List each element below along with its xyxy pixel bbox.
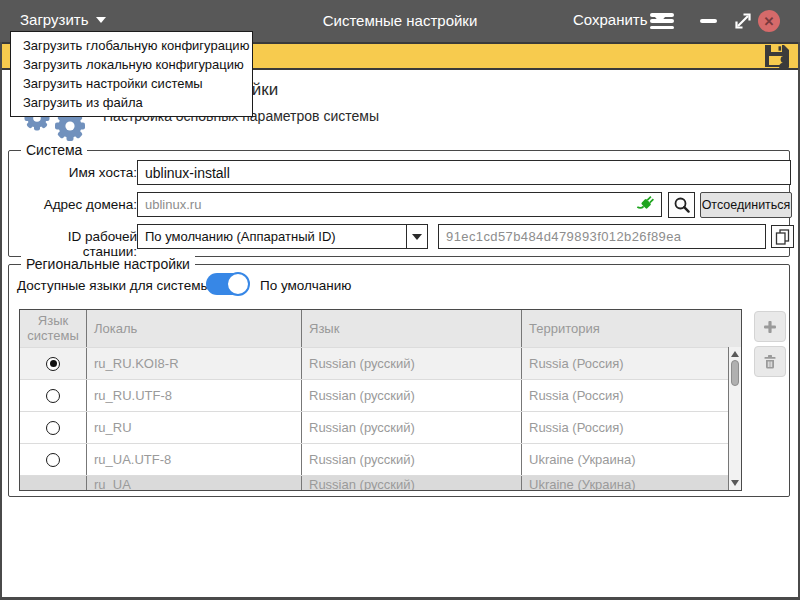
table-row[interactable]: ru_RU.KOI8-R Russian (русский) Russia (Р… bbox=[20, 347, 741, 379]
disconnect-button[interactable]: Отсоединиться bbox=[700, 192, 792, 218]
hostname-label: Имя хоста: bbox=[13, 165, 137, 180]
cell-territory: Russia (Россия) bbox=[522, 412, 741, 443]
menu-item-load-from-file[interactable]: Загрузить из файла bbox=[11, 93, 252, 112]
system-settings-window: Системные настройки Загрузить Сохранить … bbox=[0, 0, 800, 600]
minimize-button[interactable] bbox=[700, 19, 717, 23]
regional-groupbox: Региональные настройки Доступные языки д… bbox=[8, 264, 790, 497]
cell-locale: ru_RU.KOI8-R bbox=[87, 348, 302, 379]
cell-territory: Russia (Россия) bbox=[522, 380, 741, 411]
system-language-radio[interactable] bbox=[46, 453, 60, 467]
search-icon bbox=[673, 196, 691, 214]
cell-locale: ru_RU bbox=[87, 412, 302, 443]
cell-locale: ru_UA bbox=[87, 476, 302, 491]
trash-icon bbox=[762, 354, 778, 370]
languages-toggle[interactable] bbox=[206, 273, 249, 295]
chevron-down-icon bbox=[412, 234, 422, 240]
plug-connected-icon bbox=[636, 196, 654, 214]
header-system-language[interactable]: Язык системы bbox=[20, 310, 87, 347]
system-language-radio[interactable] bbox=[46, 389, 60, 403]
header-language[interactable]: Язык bbox=[302, 310, 522, 347]
delete-locale-button[interactable] bbox=[754, 346, 786, 377]
header-territory[interactable]: Территория bbox=[522, 310, 741, 347]
chevron-down-icon bbox=[96, 17, 106, 23]
search-domain-button[interactable] bbox=[668, 192, 695, 218]
cell-language: Russian (русский) bbox=[302, 444, 522, 475]
toggle-knob bbox=[226, 272, 250, 296]
locales-table: Язык системы Локаль Язык Территория ru_R… bbox=[19, 309, 742, 491]
system-group-label: Система bbox=[21, 142, 87, 158]
load-menu-button-label: Загрузить bbox=[20, 11, 89, 28]
load-dropdown-menu: Загрузить глобальную конфигурацию Загруз… bbox=[10, 31, 253, 117]
maximize-icon bbox=[732, 10, 754, 32]
scroll-up-icon[interactable] bbox=[731, 351, 739, 357]
table-row[interactable]: ru_UA Russian (русский) Ukraine (Украина… bbox=[20, 475, 741, 491]
workstation-id-select[interactable]: По умолчанию (Аппаратный ID) bbox=[137, 224, 428, 249]
table-row[interactable]: ru_UA.UTF-8 Russian (русский) Ukraine (У… bbox=[20, 443, 741, 475]
close-icon: ✕ bbox=[764, 14, 775, 29]
cell-language: Russian (русский) bbox=[302, 348, 522, 379]
cell-language: Russian (русский) bbox=[302, 380, 522, 411]
add-locale-button[interactable] bbox=[754, 311, 786, 342]
hostname-value: ublinux-install bbox=[145, 165, 230, 181]
domain-input[interactable]: ublinux.ru bbox=[137, 192, 662, 217]
maximize-button[interactable] bbox=[732, 10, 754, 32]
system-groupbox: Система Имя хоста: ublinux-install Адрес… bbox=[8, 150, 790, 257]
hamburger-icon bbox=[650, 13, 674, 17]
workstation-id-label: ID рабочей станции: bbox=[13, 229, 137, 259]
languages-toggle-label: Доступные языки для системы: bbox=[17, 278, 214, 293]
copy-icon bbox=[774, 228, 791, 245]
hamburger-menu-button[interactable] bbox=[650, 13, 674, 29]
scrollbar-thumb[interactable] bbox=[731, 360, 739, 386]
domain-label: Адрес домена: bbox=[13, 197, 137, 212]
load-menu-button[interactable]: Загрузить bbox=[20, 11, 106, 28]
workstation-id-value-field[interactable]: 91ec1cd57b484d479893f012b26f89ea bbox=[438, 224, 766, 249]
domain-value: ublinux.ru bbox=[145, 197, 636, 212]
menu-item-load-global-config[interactable]: Загрузить глобальную конфигурацию bbox=[11, 36, 252, 55]
header-locale[interactable]: Локаль bbox=[87, 310, 302, 347]
copy-id-button[interactable] bbox=[771, 225, 794, 248]
close-button[interactable]: ✕ bbox=[758, 10, 780, 32]
table-row[interactable]: ru_RU.UTF-8 Russian (русский) Russia (Ро… bbox=[20, 379, 741, 411]
cell-language: Russian (русский) bbox=[302, 476, 522, 491]
cell-language: Russian (русский) bbox=[302, 412, 522, 443]
scroll-down-icon[interactable] bbox=[731, 480, 739, 486]
table-row[interactable]: ru_RU Russian (русский) Russia (Россия) bbox=[20, 411, 741, 443]
hostname-input[interactable]: ublinux-install bbox=[137, 160, 791, 185]
system-language-radio[interactable] bbox=[46, 421, 60, 435]
system-language-radio[interactable] bbox=[46, 357, 60, 371]
workstation-id-value: 91ec1cd57b484d479893f012b26f89ea bbox=[446, 229, 681, 244]
locales-table-header: Язык системы Локаль Язык Территория bbox=[20, 310, 741, 347]
regional-group-label: Региональные настройки bbox=[21, 256, 195, 272]
plus-icon bbox=[762, 319, 778, 335]
save-settings-button[interactable] bbox=[762, 43, 792, 69]
workstation-id-selected-option: По умолчанию (Аппаратный ID) bbox=[138, 229, 406, 244]
save-menu-button-label: Сохранить bbox=[573, 11, 648, 28]
save-icon bbox=[762, 43, 792, 69]
table-scrollbar[interactable] bbox=[728, 347, 741, 490]
cell-territory: Ukraine (Украина) bbox=[522, 476, 741, 491]
cell-locale: ru_UA.UTF-8 bbox=[87, 444, 302, 475]
languages-toggle-state: По умолчанию bbox=[260, 278, 351, 293]
cell-locale: ru_RU.UTF-8 bbox=[87, 380, 302, 411]
cell-territory: Russia (Россия) bbox=[522, 348, 741, 379]
menu-item-load-system-settings[interactable]: Загрузить настройки системы bbox=[11, 74, 252, 93]
disconnect-button-label: Отсоединиться bbox=[702, 198, 791, 212]
cell-territory: Ukraine (Украина) bbox=[522, 444, 741, 475]
window-title: Системные настройки bbox=[0, 12, 800, 29]
menu-item-load-local-config[interactable]: Загрузить локальную конфигурацию bbox=[11, 55, 252, 74]
